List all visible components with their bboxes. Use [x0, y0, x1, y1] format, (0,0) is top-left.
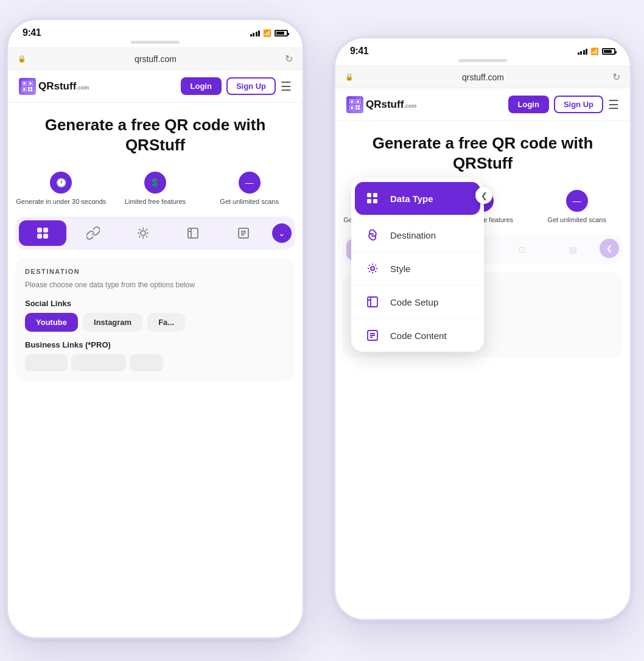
nav-bar-left: QRstuff.com Login Sign Up ☰: [8, 70, 303, 103]
qr-logo-icon-left: [19, 78, 36, 95]
tab-data-type-left[interactable]: [19, 220, 66, 246]
svg-rect-15: [37, 234, 42, 239]
feature-icon-0-left: 🕐: [50, 172, 72, 194]
tab-style-left[interactable]: [119, 220, 167, 246]
logo-area-right: QRstuff.com: [346, 96, 416, 113]
svg-rect-18: [188, 228, 198, 238]
svg-rect-11: [28, 89, 30, 91]
tab-link-left[interactable]: [69, 220, 116, 246]
login-button-right[interactable]: Login: [508, 96, 549, 113]
dest-title-left: DESTINATION: [25, 268, 285, 275]
svg-rect-2: [23, 82, 26, 85]
code-setup-label: Code Setup: [390, 297, 438, 307]
refresh-icon-left[interactable]: ↻: [285, 53, 293, 65]
svg-rect-8: [23, 88, 26, 91]
feature-item-0-left: 🕐 Generate in under 30 seconds: [15, 172, 108, 206]
hero-title-right: Generate a free QR code with QRStuff: [348, 133, 618, 173]
svg-rect-36: [367, 193, 371, 197]
dest-desc-left: Please choose one data type from the opt…: [25, 280, 285, 290]
app-content-left: QRstuff.com Login Sign Up ☰ Generate a f…: [8, 70, 303, 390]
phone-left: 9:41 📶 🔒 qrstuff.com ↻: [6, 18, 304, 639]
feature-icon-2-right: —: [566, 190, 588, 212]
tab-content-left[interactable]: [220, 220, 267, 246]
feature-icon-1-left: 💲: [144, 172, 166, 194]
tab-more-left[interactable]: ⌄: [272, 223, 292, 243]
instagram-btn-left[interactable]: Instagram: [83, 313, 142, 332]
svg-rect-38: [367, 199, 371, 203]
social-buttons-left: Youtube Instagram Fa...: [25, 313, 285, 332]
battery-icon-right: [602, 48, 615, 55]
data-type-icon: [363, 189, 382, 208]
nav-bar-right: QRstuff.com Login Sign Up ☰: [335, 88, 630, 121]
notch-right: [335, 59, 630, 66]
svg-rect-14: [43, 228, 48, 233]
code-content-label: Code Content: [390, 330, 447, 341]
dropdown-item-data-type[interactable]: Data Type: [355, 182, 480, 215]
features-row-left: 🕐 Generate in under 30 seconds 💲 Limited…: [8, 163, 303, 217]
tab-bar-left: ⌄: [15, 217, 295, 250]
destination-icon: [363, 226, 382, 244]
browser-url-right: qrstuff.com: [359, 72, 607, 82]
hero-left: Generate a free QR code with QRStuff: [8, 103, 303, 163]
fa-btn-left[interactable]: Fa...: [147, 313, 185, 332]
signup-button-left[interactable]: Sign Up: [226, 77, 276, 95]
youtube-btn-left[interactable]: Youtube: [25, 313, 78, 332]
tab-setup-left[interactable]: [169, 220, 217, 246]
svg-point-40: [371, 267, 374, 270]
browser-url-left: qrstuff.com: [31, 54, 280, 64]
dropdown-item-style[interactable]: Style: [351, 252, 484, 285]
status-icons-right: 📶: [578, 47, 616, 55]
feature-label-0-left: Generate in under 30 seconds: [16, 197, 106, 206]
feature-item-2-left: — Get unlimited scans: [203, 172, 296, 206]
scene: 9:41 📶 🔒 qrstuff.com ↻: [0, 0, 644, 661]
social-label-left: Social Links: [25, 299, 285, 308]
feature-label-1-left: Limited free features: [125, 197, 186, 206]
svg-rect-33: [358, 105, 360, 107]
status-time-right: 9:41: [350, 46, 368, 57]
browser-bar-right[interactable]: 🔒 qrstuff.com ↻: [335, 66, 630, 88]
feature-icon-2-left: —: [239, 172, 261, 194]
wifi-icon-left: 📶: [263, 29, 271, 37]
status-time-left: 9:41: [23, 27, 41, 38]
feature-item-2-right: — Get unlimited scans: [530, 190, 623, 224]
dropdown-container-right: ❮ Data Type: [351, 178, 484, 352]
data-type-label: Data Type: [390, 194, 433, 204]
style-icon: [363, 259, 382, 278]
login-button-left[interactable]: Login: [181, 77, 222, 95]
svg-rect-28: [357, 100, 359, 103]
signup-button-right[interactable]: Sign Up: [554, 96, 603, 113]
logo-text-left: QRstuff.com: [38, 80, 89, 93]
svg-point-17: [141, 231, 145, 236]
dropdown-item-code-content[interactable]: Code Content: [351, 319, 484, 352]
logo-area-left: QRstuff.com: [19, 78, 89, 95]
app-content-right: QRstuff.com Login Sign Up ☰ Generate a f…: [335, 88, 630, 357]
dropdown-item-destination[interactable]: Destination: [351, 219, 484, 252]
collapse-btn-right[interactable]: ❮: [475, 187, 492, 204]
lock-icon-left: 🔒: [18, 55, 26, 63]
lock-icon-right: 🔒: [345, 73, 354, 81]
dropdown-item-code-setup[interactable]: Code Setup: [351, 285, 484, 319]
hero-title-left: Generate a free QR code with QRStuff: [20, 115, 290, 155]
code-setup-icon: [363, 293, 382, 311]
phone-right: 9:41 📶 🔒 qrstuff.com ↻: [334, 37, 632, 621]
svg-rect-10: [30, 87, 32, 89]
hamburger-icon-right[interactable]: ☰: [608, 97, 619, 112]
qr-logo-icon-right: [346, 96, 363, 113]
feature-item-1-left: 💲 Limited free features: [108, 172, 201, 206]
hamburger-icon-left[interactable]: ☰: [281, 79, 292, 94]
svg-rect-37: [373, 193, 377, 197]
status-bar-left: 9:41 📶: [8, 20, 303, 41]
refresh-icon-right[interactable]: ↻: [612, 71, 620, 83]
signal-icon-right: [578, 47, 588, 55]
business-label-left: Business Links (*PRO): [25, 340, 285, 349]
style-label: Style: [390, 264, 410, 274]
battery-icon-left: [275, 30, 288, 37]
destination-panel-left: DESTINATION Please choose one data type …: [15, 258, 295, 381]
browser-bar-left[interactable]: 🔒 qrstuff.com ↻: [8, 47, 303, 70]
svg-rect-35: [358, 108, 360, 110]
notch-left: [8, 41, 303, 47]
svg-rect-31: [351, 107, 353, 109]
svg-rect-12: [30, 89, 32, 91]
svg-rect-34: [355, 108, 357, 110]
svg-rect-32: [355, 105, 357, 107]
